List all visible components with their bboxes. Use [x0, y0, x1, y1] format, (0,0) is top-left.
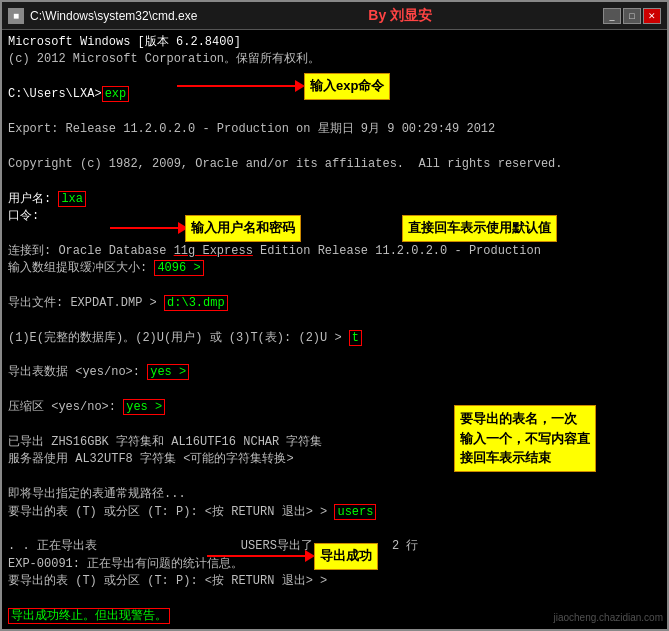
window: ■ C:\Windows\system32\cmd.exe By 刘显安 _ □…: [0, 0, 669, 631]
line-26: [8, 469, 661, 486]
line-22: 压缩区 <yes/no>: yes >: [8, 399, 661, 416]
line-17: [8, 312, 661, 329]
line-29: [8, 521, 661, 538]
line-31: EXP-00091: 正在导出有问题的统计信息。: [8, 556, 661, 573]
title-bar-left: ■ C:\Windows\system32\cmd.exe: [8, 8, 197, 24]
line-4: C:\Users\LXA>exp: [8, 86, 661, 103]
line-16: 导出文件: EXPDAT.DMP > d:\3.dmp: [8, 295, 661, 312]
line-2: (c) 2012 Microsoft Corporation。保留所有权利。: [8, 51, 661, 68]
line-34: 导出成功终止。但出现警告。: [8, 608, 661, 625]
console-content: Microsoft Windows [版本 6.2.8400] (c) 2012…: [8, 34, 661, 629]
line-27: 即将导出指定的表通常规路径...: [8, 486, 661, 503]
window-title: C:\Windows\system32\cmd.exe: [30, 9, 197, 23]
line-32: 要导出的表 (T) 或分区 (T: P): <按 RETURN 退出> >: [8, 573, 661, 590]
line-13: 连接到: Oracle Database 11g Express Edition…: [8, 243, 661, 260]
close-button[interactable]: ✕: [643, 8, 661, 24]
line-14: 输入数组提取缓冲区大小: 4096 >: [8, 260, 661, 277]
line-10: 用户名: lxa: [8, 191, 661, 208]
line-20: 导出表数据 <yes/no>: yes >: [8, 364, 661, 381]
console-area: Microsoft Windows [版本 6.2.8400] (c) 2012…: [2, 30, 667, 629]
line-19: [8, 347, 661, 364]
line-25: 服务器使用 AL32UTF8 字符集 <可能的字符集转换>: [8, 451, 661, 468]
line-18: (1)E(完整的数据库)。(2)U(用户) 或 (3)T(表): (2)U > …: [8, 330, 661, 347]
line-11: 口令:: [8, 208, 661, 225]
line-1: Microsoft Windows [版本 6.2.8400]: [8, 34, 661, 51]
cmd-icon: ■: [8, 8, 24, 24]
title-bar: ■ C:\Windows\system32\cmd.exe By 刘显安 _ □…: [2, 2, 667, 30]
minimize-button[interactable]: _: [603, 8, 621, 24]
line-9: [8, 173, 661, 190]
line-7: [8, 138, 661, 155]
window-controls: _ □ ✕: [603, 8, 661, 24]
maximize-button[interactable]: □: [623, 8, 641, 24]
line-12: [8, 225, 661, 242]
line-28: 要导出的表 (T) 或分区 (T: P): <按 RETURN 退出> > us…: [8, 504, 661, 521]
line-21: [8, 382, 661, 399]
line-15: [8, 277, 661, 294]
line-8: Copyright (c) 1982, 2009, Oracle and/or …: [8, 156, 661, 173]
line-6: Export: Release 11.2.0.2.0 - Production …: [8, 121, 661, 138]
line-35: [8, 625, 661, 629]
line-23: [8, 417, 661, 434]
author-label: By 刘显安: [368, 7, 432, 25]
line-3: [8, 69, 661, 86]
line-33: [8, 591, 661, 608]
line-30: . . 正在导出表 USERS导出了 2 行: [8, 538, 661, 555]
line-5: [8, 104, 661, 121]
line-24: 已导出 ZHS16GBK 字符集和 AL16UTF16 NCHAR 字符集: [8, 434, 661, 451]
